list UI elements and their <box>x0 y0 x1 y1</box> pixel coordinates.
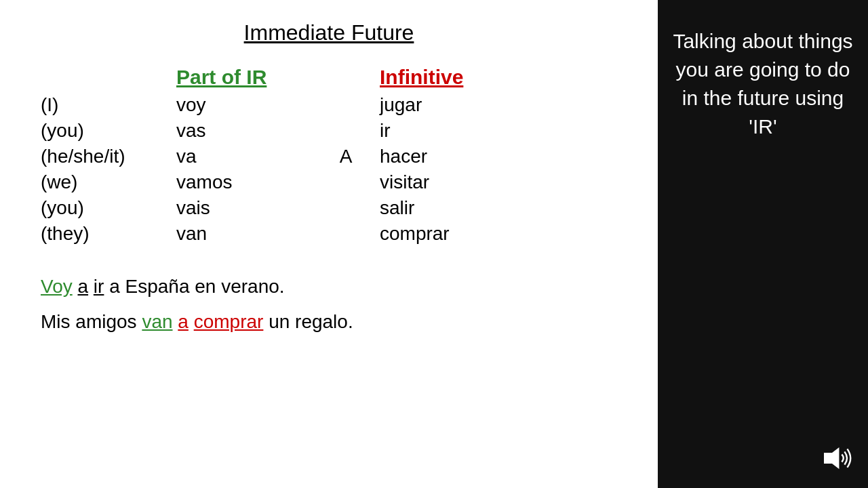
voy-text: Voy <box>41 276 73 297</box>
a-text-2: a <box>178 311 189 332</box>
ir-form-cell: va <box>176 146 312 167</box>
ir-col-header: Part of IR <box>176 66 312 89</box>
table-row: (he/she/it) va A hacer <box>41 146 617 167</box>
a-cell: A <box>312 146 380 167</box>
van-text: van <box>142 311 172 332</box>
conjugation-table: Part of IR Infinitive (I) voy jugar (you… <box>41 66 617 249</box>
infinitive-cell: comprar <box>380 223 515 245</box>
table-row: (we) vamos visitar <box>41 171 617 193</box>
pronoun-col-header <box>41 66 176 89</box>
infinitive-cell: salir <box>380 197 515 219</box>
table-row: (you) vais salir <box>41 197 617 219</box>
table-row: (they) van comprar <box>41 223 617 245</box>
pronoun-cell: (they) <box>41 223 176 245</box>
infinitive-cell: jugar <box>380 94 515 116</box>
ir-text: ir <box>94 276 104 297</box>
svg-marker-0 <box>824 447 839 469</box>
pronoun-cell: (we) <box>41 171 176 193</box>
right-panel: Talking about things you are going to do… <box>658 0 868 488</box>
speaker-svg <box>821 445 854 472</box>
main-panel: Immediate Future Part of IR Infinitive (… <box>0 0 658 488</box>
ir-form-cell: van <box>176 223 312 245</box>
right-panel-text: Talking about things you are going to do… <box>671 27 854 141</box>
sentence-section: Voy a ir a España en verano. Mis amigos … <box>41 276 617 346</box>
table-row: (you) vas ir <box>41 120 617 142</box>
infinitive-cell: visitar <box>380 171 515 193</box>
table-header-row: Part of IR Infinitive <box>41 66 617 89</box>
pronoun-cell: (you) <box>41 120 176 142</box>
sentence-2: Mis amigos van a comprar un regalo. <box>41 311 617 333</box>
speaker-icon[interactable] <box>821 445 854 474</box>
ir-form-cell: voy <box>176 94 312 116</box>
table-row: (I) voy jugar <box>41 94 617 116</box>
pronoun-cell: (he/she/it) <box>41 146 176 167</box>
ir-form-cell: vamos <box>176 171 312 193</box>
slide-title: Immediate Future <box>41 20 617 45</box>
a-text-1: a <box>77 276 88 297</box>
sentence-2-end: un regalo. <box>269 311 353 332</box>
a-col-header <box>312 66 380 89</box>
pronoun-cell: (you) <box>41 197 176 219</box>
part-of-ir-header: Part of IR <box>176 66 267 88</box>
comprar-text: comprar <box>194 311 264 332</box>
ir-form-cell: vas <box>176 120 312 142</box>
pronoun-cell: (I) <box>41 94 176 116</box>
infinitive-header: Infinitive <box>380 66 463 88</box>
infinitive-cell: hacer <box>380 146 515 167</box>
sentence-1: Voy a ir a España en verano. <box>41 276 617 298</box>
infinitive-col-header: Infinitive <box>380 66 515 89</box>
sentence-1-end: a España en verano. <box>109 276 284 297</box>
mis-amigos-text: Mis amigos <box>41 311 142 332</box>
ir-form-cell: vais <box>176 197 312 219</box>
infinitive-cell: ir <box>380 120 515 142</box>
